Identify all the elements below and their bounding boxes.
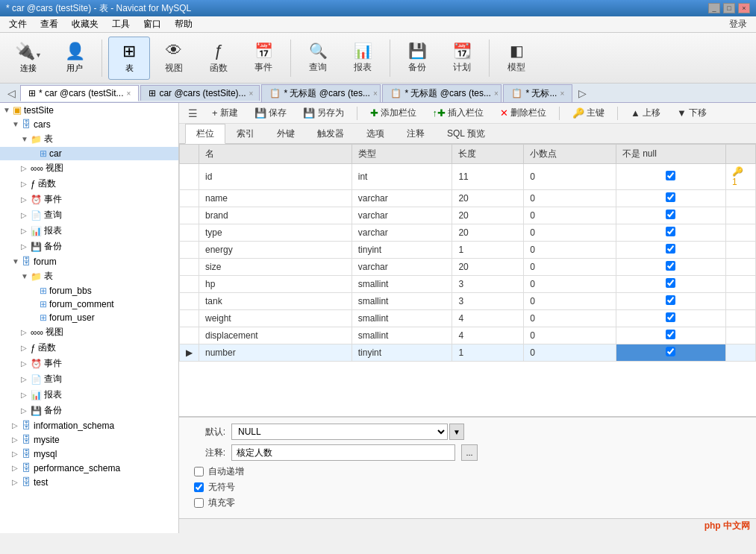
- tab-0[interactable]: ⊞ * car @cars (testSit... ×: [20, 85, 139, 101]
- report-btn[interactable]: 📊 报表: [342, 37, 384, 80]
- function-btn[interactable]: ƒ 函数: [198, 37, 240, 80]
- sidebar-item-cars-functions[interactable]: ▷ ƒ 函数: [0, 176, 178, 192]
- sidebar-item-performance-schema[interactable]: ▷ 🗄 performance_schema: [0, 461, 178, 475]
- sidebar-item-forum-table-folder[interactable]: ▼ 📁 表: [0, 268, 178, 284]
- query-btn[interactable]: 🔍 查询: [297, 37, 339, 80]
- row-notnull-cell[interactable]: [616, 293, 725, 310]
- new-btn[interactable]: + 新建: [205, 104, 245, 122]
- row-name-cell[interactable]: hp: [199, 276, 352, 293]
- sidebar-item-forum-backup[interactable]: ▷ 💾 备份: [0, 403, 178, 418]
- sidebar-item-cars-queries[interactable]: ▷ 📄 查询: [0, 207, 178, 223]
- table-row[interactable]: sizevarchar200: [180, 259, 756, 276]
- notnull-checkbox[interactable]: [666, 227, 675, 236]
- notnull-checkbox[interactable]: [666, 347, 675, 356]
- connect-btn[interactable]: 🔌 ▼ 连接: [6, 37, 51, 80]
- model-btn[interactable]: ◧ 模型: [496, 37, 537, 80]
- row-name-cell[interactable]: name: [199, 190, 352, 207]
- sidebar-item-cars-events[interactable]: ▷ ⏰ 事件: [0, 192, 178, 207]
- table-row[interactable]: brandvarchar200: [180, 207, 756, 224]
- tab-1-close[interactable]: ×: [249, 89, 254, 98]
- tab-2[interactable]: 📋 * 无标题 @cars (tes... ×: [261, 84, 381, 102]
- table-row[interactable]: idint110🔑 1: [180, 164, 756, 190]
- event-btn[interactable]: 📅 事件: [243, 37, 284, 80]
- close-btn[interactable]: ×: [738, 3, 750, 13]
- row-length-cell[interactable]: 20: [452, 224, 524, 242]
- row-type-cell[interactable]: tinyint: [352, 344, 452, 362]
- row-type-cell[interactable]: varchar: [352, 207, 452, 224]
- row-decimal-cell[interactable]: 0: [524, 242, 616, 259]
- row-name-cell[interactable]: type: [199, 224, 352, 242]
- row-name-cell[interactable]: number: [199, 344, 352, 362]
- table-btn[interactable]: ⊞ 表: [108, 37, 150, 80]
- row-type-cell[interactable]: varchar: [352, 224, 452, 242]
- minimize-btn[interactable]: _: [708, 3, 720, 13]
- row-notnull-cell[interactable]: [616, 276, 725, 293]
- tab-3[interactable]: 📋 * 无标题 @cars (tes... ×: [382, 84, 502, 102]
- row-name-cell[interactable]: id: [199, 164, 352, 190]
- row-type-cell[interactable]: int: [352, 164, 452, 190]
- row-notnull-cell[interactable]: [616, 224, 725, 242]
- table-row[interactable]: energytinyint10: [180, 242, 756, 259]
- row-name-cell[interactable]: brand: [199, 207, 352, 224]
- row-length-cell[interactable]: 3: [452, 293, 524, 310]
- sub-tab-triggers[interactable]: 触发器: [306, 124, 355, 143]
- notnull-checkbox[interactable]: [666, 312, 675, 322]
- default-select[interactable]: NULL: [231, 424, 448, 440]
- row-notnull-cell[interactable]: [616, 242, 725, 259]
- row-notnull-cell[interactable]: [616, 190, 725, 207]
- default-dropdown-btn[interactable]: ▼: [449, 424, 464, 440]
- tab-4-close[interactable]: ×: [560, 89, 564, 98]
- row-decimal-cell[interactable]: 0: [524, 259, 616, 276]
- sidebar-item-car-table[interactable]: ⊞ car: [0, 147, 178, 160]
- sidebar-item-forum[interactable]: ▼ 🗄 forum: [0, 254, 178, 268]
- menu-help[interactable]: 帮助: [169, 16, 199, 32]
- row-name-cell[interactable]: weight: [199, 310, 352, 327]
- notnull-checkbox[interactable]: [666, 171, 675, 180]
- table-row[interactable]: displacementsmallint40: [180, 327, 756, 344]
- moveup-btn[interactable]: ▲ 上移: [624, 104, 667, 122]
- row-length-cell[interactable]: 3: [452, 276, 524, 293]
- tab-2-close[interactable]: ×: [373, 89, 378, 98]
- schedule-btn[interactable]: 📆 计划: [441, 37, 483, 80]
- row-length-cell[interactable]: 20: [452, 259, 524, 276]
- table-row[interactable]: tanksmallint30: [180, 293, 756, 310]
- fillzero-checkbox[interactable]: [194, 498, 204, 508]
- unsigned-checkbox[interactable]: [194, 482, 204, 492]
- row-length-cell[interactable]: 1: [452, 344, 524, 362]
- row-notnull-cell[interactable]: [616, 310, 725, 327]
- menu-favorites[interactable]: 收藏夹: [66, 16, 104, 32]
- sidebar-item-cars-table-folder[interactable]: ▼ 📁 表: [0, 131, 178, 147]
- addcol-btn[interactable]: ✚ 添加栏位: [363, 104, 423, 122]
- sidebar-item-forum-queries[interactable]: ▷ 📄 查询: [0, 371, 178, 387]
- notnull-checkbox[interactable]: [666, 295, 675, 305]
- table-row[interactable]: ▶numbertinyint10: [180, 344, 756, 362]
- sidebar-item-forum-comment[interactable]: ⊞ forum_comment: [0, 298, 178, 311]
- comment-ellipsis-btn[interactable]: ...: [461, 444, 478, 461]
- row-type-cell[interactable]: smallint: [352, 276, 452, 293]
- row-decimal-cell[interactable]: 0: [524, 327, 616, 344]
- sidebar-item-forum-functions[interactable]: ▷ ƒ 函数: [0, 340, 178, 356]
- tab-3-close[interactable]: ×: [494, 89, 499, 98]
- sidebar-item-forum-bbs[interactable]: ⊞ forum_bbs: [0, 284, 178, 298]
- row-length-cell[interactable]: 20: [452, 207, 524, 224]
- tab-0-close[interactable]: ×: [127, 89, 131, 98]
- sidebar-item-mysite[interactable]: ▷ 🗄 mysite: [0, 432, 178, 447]
- view-btn[interactable]: 👁 视图: [153, 37, 195, 80]
- row-name-cell[interactable]: size: [199, 259, 352, 276]
- row-name-cell[interactable]: tank: [199, 293, 352, 310]
- comment-input[interactable]: [231, 444, 455, 461]
- sidebar-item-cars[interactable]: ▼ 🗄 cars: [0, 117, 178, 131]
- sub-tab-comment[interactable]: 注释: [396, 124, 436, 143]
- row-decimal-cell[interactable]: 0: [524, 224, 616, 242]
- sidebar-item-forum-reports[interactable]: ▷ 📊 报表: [0, 387, 178, 403]
- row-name-cell[interactable]: displacement: [199, 327, 352, 344]
- menu-file[interactable]: 文件: [3, 16, 33, 32]
- sub-tab-options[interactable]: 选项: [355, 124, 396, 143]
- menu-view[interactable]: 查看: [34, 16, 64, 32]
- row-type-cell[interactable]: smallint: [352, 293, 452, 310]
- sub-tab-sqlpreview[interactable]: SQL 预览: [436, 124, 496, 143]
- sidebar-item-cars-backup[interactable]: ▷ 💾 备份: [0, 239, 178, 254]
- user-btn[interactable]: 👤 用户: [54, 37, 96, 80]
- notnull-checkbox[interactable]: [666, 244, 675, 254]
- row-length-cell[interactable]: 4: [452, 327, 524, 344]
